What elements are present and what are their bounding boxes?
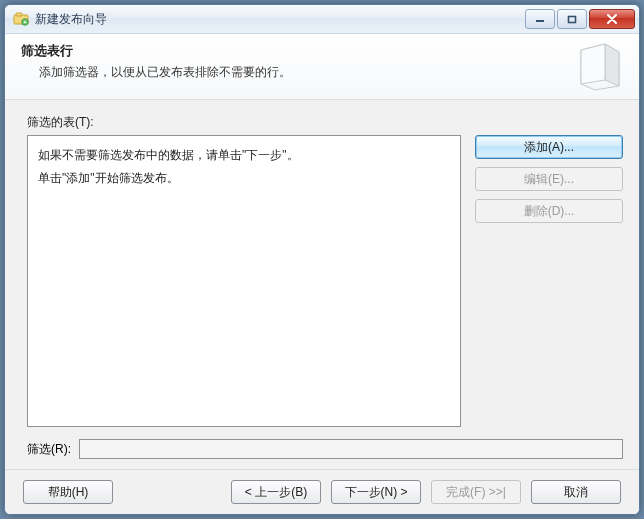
svg-rect-4 bbox=[569, 16, 576, 22]
titlebar: 新建发布向导 bbox=[5, 5, 639, 34]
back-button[interactable]: < 上一步(B) bbox=[231, 480, 321, 504]
filtered-tables-list[interactable]: 如果不需要筛选发布中的数据，请单击"下一步"。 单击"添加"开始筛选发布。 bbox=[27, 135, 461, 427]
wizard-footer: 帮助(H) < 上一步(B) 下一步(N) > 完成(F) >>| 取消 bbox=[5, 469, 639, 514]
wizard-header: 筛选表行 添加筛选器，以便从已发布表排除不需要的行。 bbox=[5, 34, 639, 100]
header-illustration-icon bbox=[573, 40, 625, 92]
filtered-tables-label: 筛选的表(T): bbox=[27, 114, 623, 131]
wizard-step-title: 筛选表行 bbox=[21, 42, 623, 60]
svg-rect-1 bbox=[16, 13, 22, 16]
app-icon bbox=[13, 11, 29, 27]
filter-label: 筛选(R): bbox=[27, 441, 71, 458]
wizard-window: 新建发布向导 筛选表行 添加筛选器，以便从已发布表排除不需要的行。 筛选的表(T… bbox=[4, 4, 640, 515]
finish-button: 完成(F) >>| bbox=[431, 480, 521, 504]
minimize-button[interactable] bbox=[525, 9, 555, 29]
help-button[interactable]: 帮助(H) bbox=[23, 480, 113, 504]
window-buttons bbox=[525, 9, 635, 29]
close-button[interactable] bbox=[589, 9, 635, 29]
delete-button: 删除(D)... bbox=[475, 199, 623, 223]
wizard-body: 筛选的表(T): 如果不需要筛选发布中的数据，请单击"下一步"。 单击"添加"开… bbox=[5, 100, 639, 469]
filter-input bbox=[79, 439, 623, 459]
list-hint-line: 如果不需要筛选发布中的数据，请单击"下一步"。 bbox=[38, 144, 450, 167]
filter-row: 筛选(R): bbox=[27, 439, 623, 459]
next-button[interactable]: 下一步(N) > bbox=[331, 480, 421, 504]
side-buttons: 添加(A)... 编辑(E)... 删除(D)... bbox=[475, 135, 623, 427]
list-hint-line: 单击"添加"开始筛选发布。 bbox=[38, 167, 450, 190]
window-title: 新建发布向导 bbox=[35, 11, 525, 28]
content-row: 如果不需要筛选发布中的数据，请单击"下一步"。 单击"添加"开始筛选发布。 添加… bbox=[27, 135, 623, 427]
wizard-step-subtitle: 添加筛选器，以便从已发布表排除不需要的行。 bbox=[39, 64, 623, 81]
cancel-button[interactable]: 取消 bbox=[531, 480, 621, 504]
add-button[interactable]: 添加(A)... bbox=[475, 135, 623, 159]
edit-button: 编辑(E)... bbox=[475, 167, 623, 191]
maximize-button[interactable] bbox=[557, 9, 587, 29]
